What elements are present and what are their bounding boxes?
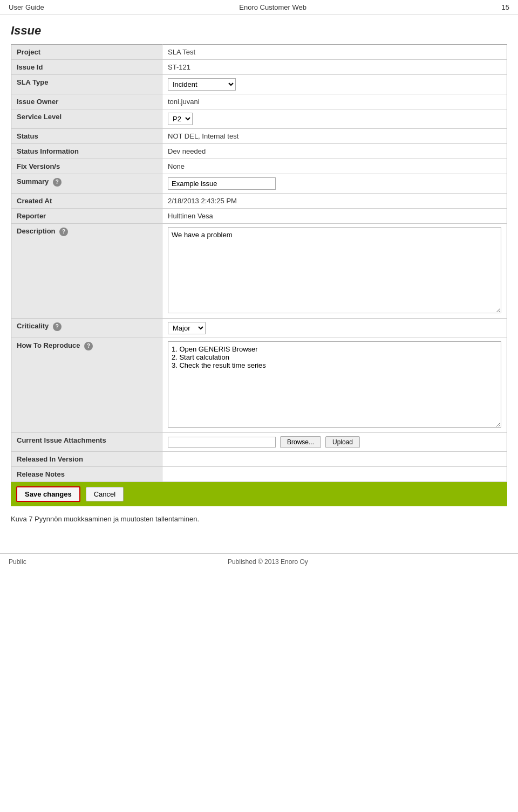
upload-button[interactable]: Upload	[325, 436, 360, 448]
description-textarea[interactable]: We have a problem	[168, 227, 501, 313]
header-left: User Guide	[9, 3, 44, 11]
description-label: Description ?	[11, 224, 162, 319]
footer-center: Published © 2013 Enoro Oy	[228, 558, 308, 566]
fix-versions-label: Fix Version/s	[11, 159, 162, 174]
header-center: Enoro Customer Web	[239, 3, 306, 11]
released-in-version-value	[162, 452, 507, 467]
table-row: Status NOT DEL, Internal test	[11, 129, 507, 144]
released-in-version-label: Released In Version	[11, 452, 162, 467]
release-notes-label: Release Notes	[11, 467, 162, 482]
project-value: SLA Test	[162, 45, 507, 60]
table-row: Issue Id ST-121	[11, 60, 507, 75]
table-row: Description ? We have a problem	[11, 224, 507, 319]
criticality-cell: Major Minor Critical Trivial	[162, 319, 507, 338]
table-row: Issue Owner toni.juvani	[11, 94, 507, 109]
issue-owner-label: Issue Owner	[11, 94, 162, 109]
attachment-file-input[interactable]	[168, 437, 276, 448]
status-label: Status	[11, 129, 162, 144]
status-info-value: Dev needed	[162, 144, 507, 159]
issue-title: Issue	[11, 24, 507, 38]
attachments-label: Current Issue Attachments	[11, 433, 162, 452]
table-row: Reporter Hulttinen Vesa	[11, 209, 507, 224]
created-at-value: 2/18/2013 2:43:25 PM	[162, 194, 507, 209]
service-level-select[interactable]: P1 P2 P3 P4	[168, 113, 193, 125]
page-header: User Guide Enoro Customer Web 15	[0, 0, 518, 15]
project-label: Project	[11, 45, 162, 60]
footer-caption: Kuva 7 Pyynnön muokkaaminen ja muutosten…	[11, 515, 507, 523]
reporter-label: Reporter	[11, 209, 162, 224]
table-row: How To Reproduce ? 1. Open GENERIS Brows…	[11, 338, 507, 433]
criticality-select[interactable]: Major Minor Critical Trivial	[168, 322, 206, 334]
attachments-cell: Browse... Upload	[162, 433, 507, 452]
sla-type-label: SLA Type	[11, 75, 162, 94]
save-bar: Save changes Cancel	[11, 482, 507, 506]
summary-input[interactable]	[168, 177, 276, 190]
save-changes-button[interactable]: Save changes	[16, 486, 80, 502]
table-row: Criticality ? Major Minor Critical Trivi…	[11, 319, 507, 338]
table-row: Status Information Dev needed	[11, 144, 507, 159]
how-to-reproduce-textarea[interactable]: 1. Open GENERIS Browser 2. Start calcula…	[168, 341, 501, 428]
created-at-label: Created At	[11, 194, 162, 209]
issue-table: Project SLA Test Issue Id ST-121 SLA Typ…	[11, 44, 507, 482]
attachment-container: Browse... Upload	[168, 436, 501, 448]
summary-help-icon[interactable]: ?	[53, 178, 62, 187]
sla-type-cell: Incident Service Request Change	[162, 75, 507, 94]
how-to-reproduce-help-icon[interactable]: ?	[84, 342, 93, 350]
reporter-value: Hulttinen Vesa	[162, 209, 507, 224]
sla-type-select[interactable]: Incident Service Request Change	[168, 78, 236, 91]
issue-id-label: Issue Id	[11, 60, 162, 75]
summary-cell	[162, 174, 507, 194]
table-row: SLA Type Incident Service Request Change	[11, 75, 507, 94]
criticality-label: Criticality ?	[11, 319, 162, 338]
status-value: NOT DEL, Internal test	[162, 129, 507, 144]
table-row: Released In Version	[11, 452, 507, 467]
table-row: Release Notes	[11, 467, 507, 482]
issue-owner-value: toni.juvani	[162, 94, 507, 109]
footer-left: Public	[9, 558, 26, 566]
description-cell: We have a problem	[162, 224, 507, 319]
table-row: Fix Version/s None	[11, 159, 507, 174]
page-footer: Public Published © 2013 Enoro Oy	[0, 553, 518, 570]
issue-id-value: ST-121	[162, 60, 507, 75]
table-row: Current Issue Attachments Browse... Uplo…	[11, 433, 507, 452]
service-level-cell: P1 P2 P3 P4	[162, 109, 507, 129]
cancel-button[interactable]: Cancel	[86, 487, 124, 501]
header-right page-num: 15	[502, 3, 509, 11]
description-help-icon[interactable]: ?	[59, 228, 68, 236]
fix-versions-value: None	[162, 159, 507, 174]
browse-button[interactable]: Browse...	[280, 436, 321, 448]
table-row: Summary ?	[11, 174, 507, 194]
table-row: Created At 2/18/2013 2:43:25 PM	[11, 194, 507, 209]
service-level-label: Service Level	[11, 109, 162, 129]
status-info-label: Status Information	[11, 144, 162, 159]
summary-label: Summary ?	[11, 174, 162, 194]
criticality-help-icon[interactable]: ?	[53, 322, 62, 331]
how-to-reproduce-cell: 1. Open GENERIS Browser 2. Start calcula…	[162, 338, 507, 433]
table-row: Service Level P1 P2 P3 P4	[11, 109, 507, 129]
how-to-reproduce-label: How To Reproduce ?	[11, 338, 162, 433]
main-content: Issue Project SLA Test Issue Id ST-121 S…	[0, 15, 518, 532]
release-notes-value	[162, 467, 507, 482]
table-row: Project SLA Test	[11, 45, 507, 60]
